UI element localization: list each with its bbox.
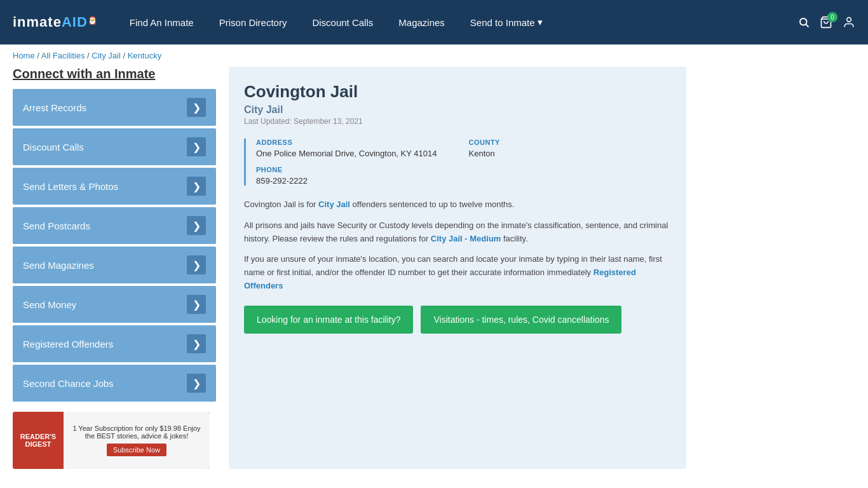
ad-logo: READER'S DIGEST: [13, 412, 64, 469]
sidebar-item-arrest-records[interactable]: Arrest Records ❯: [13, 89, 216, 126]
county-value: Kenton: [469, 149, 672, 158]
cart-badge: 0: [827, 12, 837, 22]
nav-send-to-inmate[interactable]: Send to Inmate ▾: [458, 0, 555, 44]
search-button[interactable]: [798, 17, 810, 28]
breadcrumb-state[interactable]: Kentucky: [128, 51, 161, 60]
svg-point-0: [800, 18, 807, 25]
sidebar-item-second-chance-jobs[interactable]: Second Chance Jobs ❯: [13, 365, 216, 402]
sidebar-item-label: Arrest Records: [23, 102, 86, 113]
nav-discount-calls[interactable]: Discount Calls: [299, 0, 386, 44]
info-grid: ADDRESS One Police Memorial Drive, Covin…: [256, 139, 671, 158]
chevron-right-icon: ❯: [187, 334, 206, 353]
breadcrumb-home[interactable]: Home: [13, 51, 35, 60]
phone-value: 859-292-2222: [256, 176, 671, 186]
chevron-right-icon: ❯: [187, 374, 206, 393]
sidebar-item-label: Send Letters & Photos: [23, 181, 118, 192]
county-label: COUNTY: [469, 139, 672, 146]
logo-aid: AID: [62, 14, 88, 30]
action-buttons: Looking for an inmate at this facility? …: [244, 306, 671, 334]
ad-promo-text: 1 Year Subscription for only $19.98 Enjo…: [69, 424, 205, 440]
chevron-right-icon: ❯: [187, 137, 206, 156]
chevron-right-icon: ❯: [187, 295, 206, 314]
address-label: ADDRESS: [256, 139, 459, 146]
phone-label: PHONE: [256, 166, 671, 173]
facility-details-section: ADDRESS One Police Memorial Drive, Covin…: [244, 139, 671, 186]
sidebar: Connect with an Inmate Arrest Records ❯ …: [13, 67, 216, 469]
sidebar-item-send-postcards[interactable]: Send Postcards ❯: [13, 207, 216, 244]
sidebar-item-label: Discount Calls: [23, 142, 84, 152]
user-icon: [843, 16, 855, 29]
facility-title: Covington Jail: [244, 82, 671, 102]
city-jail-link-1[interactable]: City Jail: [318, 200, 350, 209]
visitations-button[interactable]: Visitations - times, rules, Covid cancel…: [421, 306, 621, 334]
facility-updated: Last Updated: September 13, 2021: [244, 117, 671, 126]
sidebar-item-send-magazines[interactable]: Send Magazines ❯: [13, 247, 216, 283]
description-2: All prisons and jails have Security or C…: [244, 219, 671, 246]
header: inmateAID🎅 Find An Inmate Prison Directo…: [0, 0, 868, 44]
svg-line-1: [806, 25, 809, 27]
user-button[interactable]: [843, 16, 855, 29]
phone-block: PHONE 859-292-2222: [256, 166, 671, 186]
county-block: COUNTY Kenton: [469, 139, 672, 158]
header-icons: 0: [798, 16, 855, 29]
chevron-right-icon: ❯: [187, 177, 206, 196]
description-3: If you are unsure of your inmate's locat…: [244, 253, 671, 292]
logo-text: inmateAID🎅: [13, 14, 98, 30]
logo[interactable]: inmateAID🎅: [13, 14, 98, 30]
facility-content: Covington Jail City Jail Last Updated: S…: [229, 67, 686, 469]
sidebar-item-registered-offenders[interactable]: Registered Offenders ❯: [13, 325, 216, 362]
sidebar-title: Connect with an Inmate: [13, 67, 216, 81]
ad-subscribe-button[interactable]: Subscribe Now: [107, 444, 166, 456]
sidebar-item-label: Send Magazines: [23, 260, 94, 271]
find-inmate-button[interactable]: Looking for an inmate at this facility?: [244, 306, 413, 334]
description-1: Covington Jail is for City Jail offender…: [244, 198, 671, 212]
sidebar-item-label: Second Chance Jobs: [23, 378, 114, 389]
ad-inner: READER'S DIGEST 1 Year Subscription for …: [13, 412, 210, 469]
sidebar-item-send-letters[interactable]: Send Letters & Photos ❯: [13, 168, 216, 205]
sidebar-item-send-money[interactable]: Send Money ❯: [13, 286, 216, 323]
ad-content: 1 Year Subscription for only $19.98 Enjo…: [64, 412, 210, 469]
chevron-right-icon: ❯: [187, 216, 206, 235]
svg-point-3: [847, 18, 851, 22]
search-icon: [798, 17, 810, 28]
facility-type: City Jail: [244, 104, 671, 116]
breadcrumb-all-facilities[interactable]: All Facilities: [41, 51, 85, 60]
city-jail-medium-link[interactable]: City Jail - Medium: [431, 234, 501, 243]
logo-hat: 🎅: [88, 16, 98, 25]
send-to-inmate-dropdown-arrow: ▾: [538, 17, 543, 28]
main-content: Connect with an Inmate Arrest Records ❯ …: [0, 67, 699, 482]
main-nav: Find An Inmate Prison Directory Discount…: [117, 0, 798, 44]
nav-magazines[interactable]: Magazines: [386, 0, 458, 44]
chevron-right-icon: ❯: [187, 98, 206, 117]
address-block: ADDRESS One Police Memorial Drive, Covin…: [256, 139, 459, 158]
nav-prison-directory[interactable]: Prison Directory: [207, 0, 300, 44]
logo-inmate: inmate: [13, 14, 62, 30]
sidebar-item-discount-calls[interactable]: Discount Calls ❯: [13, 128, 216, 165]
sidebar-item-label: Send Postcards: [23, 220, 90, 231]
sidebar-item-label: Registered Offenders: [23, 339, 113, 349]
address-value: One Police Memorial Drive, Covington, KY…: [256, 149, 459, 158]
nav-find-inmate[interactable]: Find An Inmate: [117, 0, 207, 44]
sidebar-item-label: Send Money: [23, 299, 76, 310]
breadcrumb-city-jail[interactable]: City Jail: [92, 51, 121, 60]
cart-button[interactable]: 0: [820, 16, 832, 29]
breadcrumb: Home / All Facilities / City Jail / Kent…: [0, 44, 868, 67]
ad-banner[interactable]: READER'S DIGEST 1 Year Subscription for …: [13, 412, 210, 469]
chevron-right-icon: ❯: [187, 255, 206, 274]
